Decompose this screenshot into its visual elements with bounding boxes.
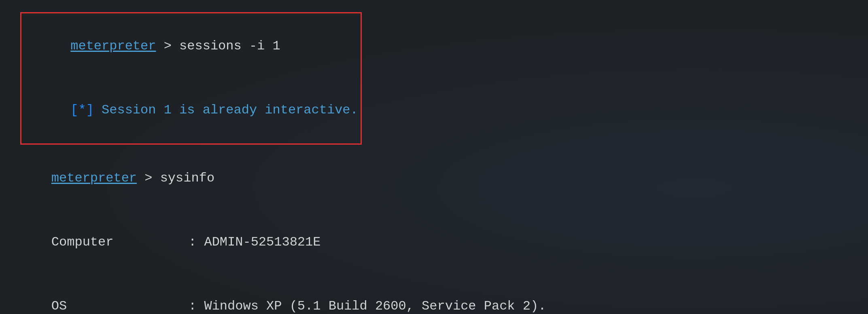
- colon-os: :: [181, 299, 204, 314]
- highlighted-session-block: meterpreter > sessions -i 1 [*] Session …: [20, 12, 362, 145]
- info-message: Session 1 is already interactive.: [94, 103, 358, 117]
- label-computer: Computer: [51, 232, 181, 253]
- value-os: Windows XP (5.1 Build 2600, Service Pack…: [204, 299, 546, 314]
- computer-line: Computer : ADMIN-52513821E: [20, 210, 848, 274]
- cmd1-command: sessions -i 1: [179, 38, 280, 53]
- os-line: OS : Windows XP (5.1 Build 2600, Service…: [20, 275, 848, 314]
- info-bracket: [*]: [70, 103, 94, 117]
- colon-computer: :: [181, 235, 204, 250]
- arrow-2: >: [137, 171, 160, 186]
- terminal-window: meterpreter > sessions -i 1 [*] Session …: [0, 0, 868, 314]
- prompt-1: meterpreter: [70, 38, 156, 53]
- cmd2-command: sysinfo: [160, 171, 214, 186]
- cmd2-line: meterpreter > sysinfo: [20, 146, 848, 210]
- label-os: OS: [51, 296, 181, 314]
- prompt-2: meterpreter: [51, 171, 137, 186]
- cmd1-line: meterpreter > sessions -i 1: [24, 14, 358, 78]
- value-computer: ADMIN-52513821E: [204, 235, 320, 250]
- info-line: [*] Session 1 is already interactive.: [24, 78, 358, 142]
- arrow-1: >: [156, 38, 179, 53]
